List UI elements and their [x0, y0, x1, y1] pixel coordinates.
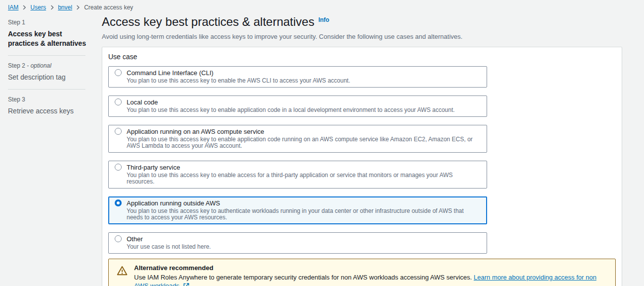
external-link-icon — [183, 283, 189, 286]
wizard-step-2: Step 2 - optional Set description tag — [8, 62, 94, 82]
step-number-label: Step 2 - optional — [8, 62, 94, 69]
use-case-option-local-code[interactable]: Local code You plan to use this access k… — [108, 95, 487, 117]
option-description: Your use case is not listed here. — [127, 244, 481, 250]
option-description: You plan to use this access key to enabl… — [127, 78, 481, 84]
option-title: Command Line Interface (CLI) — [127, 69, 214, 77]
breadcrumb-current: Create access key — [84, 4, 133, 11]
option-description: You plan to use this access key to enabl… — [127, 172, 481, 185]
breadcrumb: IAM Users bnvel Create access key — [0, 0, 644, 13]
radio-button-icon[interactable] — [115, 69, 122, 76]
page-description: Avoid using long-term credentials like a… — [102, 33, 622, 40]
wizard-step-3: Step 3 Retrieve access keys — [8, 96, 94, 116]
step-title: Access key best practices & alternatives — [8, 29, 93, 48]
wizard-step-1: Step 1 Access key best practices & alter… — [8, 19, 94, 48]
chevron-right-icon — [50, 5, 54, 10]
option-title: Other — [127, 235, 143, 243]
alert-title: Alternative recommended — [134, 264, 607, 272]
step-title[interactable]: Retrieve access keys — [8, 106, 93, 116]
option-description: You plan to use this access key to enabl… — [127, 107, 481, 113]
radio-button-icon[interactable] — [115, 199, 122, 206]
alert-text: Use IAM Roles Anywhere to generate tempo… — [134, 273, 607, 286]
option-title: Local code — [127, 98, 158, 106]
use-case-options: Command Line Interface (CLI) You plan to… — [108, 66, 487, 254]
step-divider — [8, 55, 85, 56]
use-case-option-other[interactable]: Other Your use case is not listed here. — [108, 232, 487, 254]
page-title: Access key best practices & alternatives — [102, 15, 314, 29]
use-case-option-cli[interactable]: Command Line Interface (CLI) You plan to… — [108, 66, 487, 88]
use-case-option-outside-aws[interactable]: Application running outside AWS You plan… — [108, 196, 487, 224]
info-link[interactable]: Info — [318, 16, 329, 23]
warning-alert: Alternative recommended Use IAM Roles An… — [108, 259, 616, 286]
step-divider — [8, 89, 85, 90]
use-case-option-aws-compute[interactable]: Application running on an AWS compute se… — [108, 125, 487, 153]
chevron-right-icon — [76, 5, 80, 10]
option-description: You plan to use this access key to enabl… — [127, 136, 481, 149]
breadcrumb-link-iam[interactable]: IAM — [8, 4, 18, 11]
main-content: Access key best practices & alternatives… — [102, 13, 644, 286]
use-case-label: Use case — [108, 53, 616, 61]
step-number-label: Step 3 — [8, 96, 94, 103]
option-description: You plan to use this access key to authe… — [127, 208, 481, 221]
use-case-option-third-party[interactable]: Third-party service You plan to use this… — [108, 161, 487, 189]
step-number-label: Step 1 — [8, 19, 94, 26]
wizard-steps-sidebar: Step 1 Access key best practices & alter… — [0, 13, 102, 118]
use-case-container: Use case Command Line Interface (CLI) Yo… — [102, 47, 622, 286]
breadcrumb-link-users[interactable]: Users — [30, 4, 46, 11]
option-title: Third-party service — [127, 164, 180, 171]
radio-button-icon[interactable] — [115, 128, 122, 135]
option-title: Application running outside AWS — [127, 199, 220, 207]
chevron-right-icon — [22, 5, 26, 10]
radio-button-icon[interactable] — [115, 235, 122, 242]
breadcrumb-link-user[interactable]: bnvel — [58, 4, 72, 11]
radio-button-icon[interactable] — [115, 98, 122, 105]
option-title: Application running on an AWS compute se… — [127, 128, 264, 135]
warning-triangle-icon — [117, 264, 128, 278]
step-title[interactable]: Set description tag — [8, 73, 93, 82]
radio-button-icon[interactable] — [115, 164, 122, 171]
